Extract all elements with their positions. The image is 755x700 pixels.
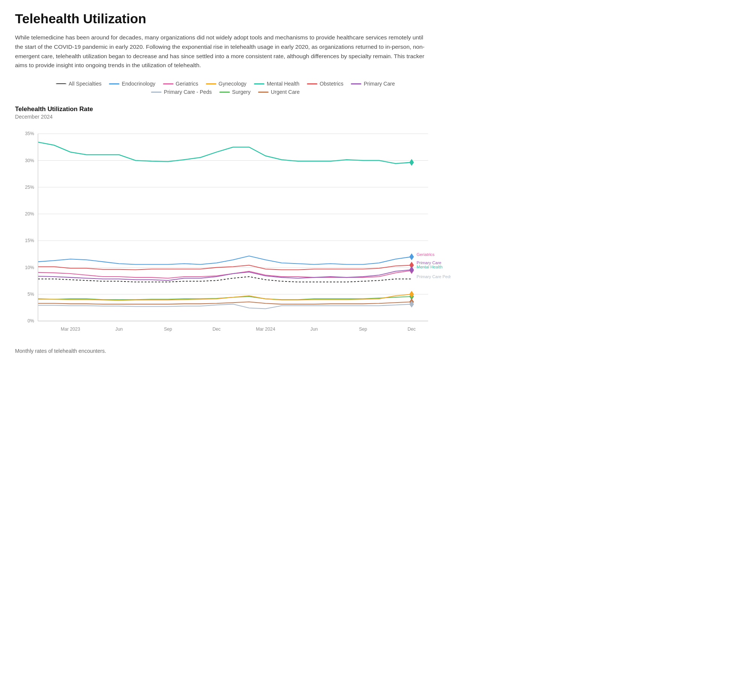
legend-label-gynecology: Gynecology [219, 81, 246, 87]
legend-label-surgery: Surgery [232, 89, 251, 95]
page-title: Telehealth Utilization [15, 11, 436, 26]
svg-text:Jun: Jun [310, 327, 318, 332]
svg-text:Mar 2024: Mar 2024 [256, 327, 275, 332]
line-endocrinology [38, 256, 412, 264]
chart-title: Telehealth Utilization Rate [15, 105, 436, 113]
legend-line-primary-care [351, 83, 361, 84]
chart-container: 0% 5% 10% 15% 20% 25% 30% 35% [15, 124, 436, 344]
legend-line-primary-care-peds [151, 92, 161, 93]
legend-line-all-specialties [56, 83, 66, 84]
legend-label-obstetrics: Obstetrics [320, 81, 343, 87]
svg-text:10%: 10% [25, 265, 34, 270]
legend-line-urgent-care [258, 92, 269, 93]
legend-item-all-specialties: All Specialties [56, 81, 102, 87]
chart-label-primary-care-peds: Primary Care Peds [417, 274, 451, 279]
chart-label-primary-care: Primary Care [417, 261, 441, 266]
svg-rect-0 [38, 134, 428, 321]
chart-svg: 0% 5% 10% 15% 20% 25% 30% 35% [15, 124, 436, 342]
legend-line-mental-health [254, 83, 265, 84]
chart-legend: All Specialties Endocrinology Geriatrics… [15, 81, 436, 95]
line-gynecology [38, 294, 412, 300]
svg-text:0%: 0% [27, 319, 34, 324]
svg-text:30%: 30% [25, 158, 34, 163]
legend-item-surgery: Surgery [219, 89, 251, 95]
page-description: While telemedicine has been around for d… [15, 33, 428, 70]
legend-line-obstetrics [307, 83, 317, 84]
chart-footnote: Monthly rates of telehealth encounters. [15, 348, 436, 354]
legend-label-geriatrics: Geriatrics [176, 81, 198, 87]
legend-label-mental-health: Mental Health [267, 81, 299, 87]
legend-item-geriatrics: Geriatrics [163, 81, 198, 87]
legend-label-primary-care: Primary Care [363, 81, 395, 87]
svg-text:15%: 15% [25, 238, 34, 244]
legend-line-surgery [219, 92, 230, 93]
svg-text:35%: 35% [25, 131, 34, 137]
legend-item-primary-care-peds: Primary Care - Peds [151, 89, 212, 95]
legend-label-all-specialties: All Specialties [69, 81, 102, 87]
chart-subtitle: December 2024 [15, 114, 436, 120]
legend-label-urgent-care: Urgent Care [271, 89, 300, 95]
svg-text:Mar 2023: Mar 2023 [61, 327, 80, 332]
line-urgent-care [38, 302, 412, 305]
marker-endocrinology [409, 253, 414, 260]
legend-item-obstetrics: Obstetrics [307, 81, 343, 87]
svg-text:Dec: Dec [407, 327, 416, 332]
svg-text:Sep: Sep [164, 327, 172, 332]
legend-label-primary-care-peds: Primary Care - Peds [164, 89, 212, 95]
legend-item-urgent-care: Urgent Care [258, 89, 300, 95]
legend-line-endocrinology [109, 83, 119, 84]
svg-text:Dec: Dec [213, 327, 221, 332]
legend-item-gynecology: Gynecology [206, 81, 246, 87]
svg-text:5%: 5% [27, 292, 34, 297]
marker-mental-health [409, 159, 414, 166]
svg-text:Sep: Sep [359, 327, 367, 332]
svg-text:20%: 20% [25, 211, 34, 217]
chart-label-geriatrics: Geriatrics [417, 252, 435, 257]
legend-item-primary-care: Primary Care [351, 81, 395, 87]
legend-line-geriatrics [163, 83, 174, 84]
legend-label-endocrinology: Endocrinology [122, 81, 155, 87]
line-primary-care [38, 270, 412, 281]
line-primary-care-peds [38, 305, 412, 309]
chart-section: Telehealth Utilization Rate December 202… [15, 105, 436, 354]
legend-item-endocrinology: Endocrinology [109, 81, 155, 87]
legend-line-gynecology [206, 83, 216, 84]
svg-text:Jun: Jun [115, 327, 123, 332]
legend-item-mental-health: Mental Health [254, 81, 299, 87]
svg-text:25%: 25% [25, 185, 34, 190]
